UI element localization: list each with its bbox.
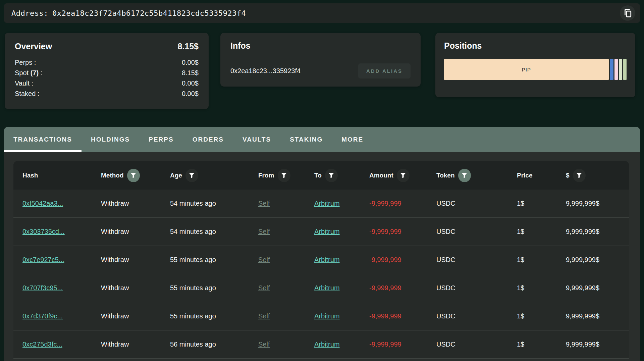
column-header-label: $ xyxy=(566,172,570,179)
infos-card: Infos 0x2ea18c23...335923f4 ADD ALIAS xyxy=(220,33,421,87)
column-header-label: To xyxy=(314,172,322,179)
overview-row-value: 8.15$ xyxy=(182,68,199,78)
from-link[interactable]: Self xyxy=(258,312,314,320)
add-alias-button[interactable]: ADD ALIAS xyxy=(358,63,411,79)
price-cell: 1$ xyxy=(517,228,566,236)
tab-label: MORE xyxy=(341,136,363,143)
tab-label: HOLDINGS xyxy=(91,136,130,143)
position-segment[interactable] xyxy=(619,59,622,80)
price-cell: 1$ xyxy=(517,256,566,264)
overview-row-value: 0.00$ xyxy=(182,57,199,68)
filter-funnel-icon[interactable] xyxy=(325,169,338,182)
tab-label: PERPS xyxy=(149,136,173,143)
amount-cell: -9,999,999 xyxy=(369,284,436,292)
copy-address-button[interactable] xyxy=(620,5,635,21)
usd-value-cell: 9,999,999$ xyxy=(566,200,629,207)
overview-row-label: Vault : xyxy=(15,78,33,89)
tab[interactable]: ORDERS xyxy=(183,127,233,152)
tab[interactable]: HOLDINGS xyxy=(82,127,139,152)
amount-cell: -9,999,999 xyxy=(369,228,436,236)
token-cell: USDC xyxy=(436,228,517,236)
to-link[interactable]: Arbitrum xyxy=(314,312,369,320)
age-cell: 54 minutes ago xyxy=(170,200,258,207)
method-cell: Withdraw xyxy=(101,341,170,348)
address-value: 0x2ea18c23f72a4b6172c55b411823cdc5335923… xyxy=(52,9,246,17)
tab-bar: TRANSACTIONS HOLDINGS PERPS ORDERS VAULT… xyxy=(4,127,640,152)
hash-link[interactable]: 0xf5042aa3... xyxy=(22,200,101,207)
tab[interactable]: STAKING xyxy=(280,127,332,152)
positions-bar: PIP xyxy=(444,59,627,80)
address-label: Address: xyxy=(11,9,48,17)
filter-funnel-icon[interactable] xyxy=(127,169,140,182)
token-cell: USDC xyxy=(436,312,517,320)
tab-label: STAKING xyxy=(290,136,323,143)
from-link[interactable]: Self xyxy=(258,341,314,348)
overview-row-value: 0.00$ xyxy=(182,78,199,89)
table-row: 0xc275d3fc... Withdraw 56 minutes ago Se… xyxy=(13,330,629,359)
token-cell: USDC xyxy=(436,256,517,264)
filter-funnel-icon[interactable] xyxy=(573,169,586,182)
to-link[interactable]: Arbitrum xyxy=(314,341,369,348)
column-header: Method xyxy=(101,169,170,182)
hash-link[interactable]: 0x707f3c95... xyxy=(22,284,101,292)
overview-row-label: Perps : xyxy=(15,57,36,68)
position-segment[interactable] xyxy=(623,59,627,80)
tab[interactable]: TRANSACTIONS xyxy=(4,127,82,152)
amount-cell: -9,999,999 xyxy=(369,312,436,320)
column-header: Price xyxy=(517,172,566,179)
token-cell: USDC xyxy=(436,200,517,207)
filter-funnel-icon[interactable] xyxy=(278,169,290,182)
filter-funnel-icon[interactable] xyxy=(397,169,410,182)
column-header: Token xyxy=(436,169,517,182)
positions-title: Positions xyxy=(444,41,482,50)
table-row: 0x7d370f9c... Withdraw 55 minutes ago Se… xyxy=(13,302,629,330)
to-link[interactable]: Arbitrum xyxy=(314,228,369,236)
position-segment-label: PIP xyxy=(522,67,531,72)
usd-value-cell: 9,999,999$ xyxy=(566,341,629,348)
price-cell: 1$ xyxy=(517,200,566,207)
infos-title: Infos xyxy=(230,41,411,51)
overview-row-value: 0.00$ xyxy=(182,89,199,99)
position-segment[interactable] xyxy=(614,59,618,80)
overview-total-value: 8.15$ xyxy=(177,42,199,51)
overview-title: Overview xyxy=(15,42,52,51)
amount-cell: -9,999,999 xyxy=(369,256,436,264)
from-link[interactable]: Self xyxy=(258,200,314,207)
position-segment[interactable] xyxy=(610,59,613,80)
from-link[interactable]: Self xyxy=(258,256,314,264)
overview-row: Staked : 0.00$ xyxy=(15,89,199,99)
tab[interactable]: PERPS xyxy=(139,127,183,152)
hash-link[interactable]: 0xc7e927c5... xyxy=(22,256,101,264)
tab-label: ORDERS xyxy=(193,136,224,143)
method-cell: Withdraw xyxy=(101,228,170,236)
position-segment[interactable]: PIP xyxy=(444,59,609,80)
to-link[interactable]: Arbitrum xyxy=(314,284,369,292)
tab[interactable]: VAULTS xyxy=(233,127,280,152)
table-header: Hash Method xyxy=(13,161,629,190)
from-link[interactable]: Self xyxy=(258,228,314,236)
hash-link[interactable]: 0x7d370f9c... xyxy=(22,312,101,320)
column-header: To xyxy=(314,169,369,182)
hash-link[interactable]: 0xc275d3fc... xyxy=(22,341,101,348)
column-header: Hash xyxy=(22,172,101,179)
filter-funnel-icon[interactable] xyxy=(185,169,198,182)
column-header: $ xyxy=(566,169,629,182)
table-row: 0x707f3c95... Withdraw 55 minutes ago Se… xyxy=(13,274,629,302)
address-bar: Address: 0x2ea18c23f72a4b6172c55b411823c… xyxy=(4,3,640,23)
to-link[interactable]: Arbitrum xyxy=(314,200,369,207)
table-row: 0xf5042aa3... Withdraw 54 minutes ago Se… xyxy=(13,190,629,218)
age-cell: 55 minutes ago xyxy=(170,312,258,320)
wallet-address: Address: 0x2ea18c23f72a4b6172c55b411823c… xyxy=(11,9,246,17)
price-cell: 1$ xyxy=(517,284,566,292)
token-cell: USDC xyxy=(436,341,517,348)
filter-funnel-icon[interactable] xyxy=(458,169,471,182)
short-address: 0x2ea18c23...335923f4 xyxy=(230,67,301,75)
column-header-label: From xyxy=(258,172,274,179)
transactions-table: Hash Method xyxy=(13,161,629,359)
to-link[interactable]: Arbitrum xyxy=(314,256,369,264)
hash-link[interactable]: 0x303735cd... xyxy=(22,228,101,236)
overview-row: Spot (7) : 8.15$ xyxy=(15,68,199,78)
tab[interactable]: MORE xyxy=(332,127,373,152)
age-cell: 55 minutes ago xyxy=(170,284,258,292)
from-link[interactable]: Self xyxy=(258,284,314,292)
